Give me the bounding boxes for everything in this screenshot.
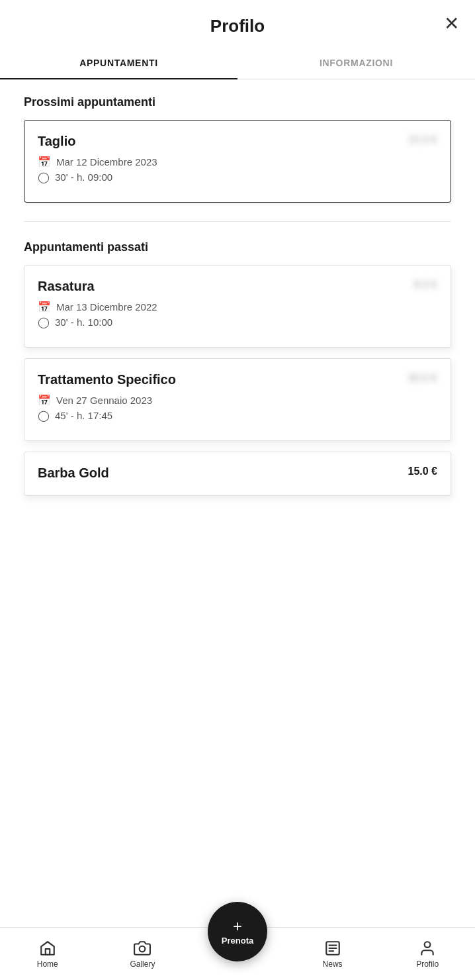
appointment-date: Mar 12 Dicembre 2023 xyxy=(56,156,157,168)
appointment-date-row: 📅 Mar 13 Dicembre 2022 xyxy=(38,301,437,313)
fab-container: + Prenota xyxy=(208,902,267,961)
past-section-title: Appuntamenti passati xyxy=(24,240,451,254)
appointment-time: 30' - h. 10:00 xyxy=(55,317,112,328)
svg-rect-0 xyxy=(46,949,50,955)
nav-item-profilo[interactable]: Profilo xyxy=(380,940,475,969)
page-title: Profilo xyxy=(210,16,265,36)
clock-icon: ◯ xyxy=(38,171,50,183)
upcoming-appointment-card[interactable]: Taglio 15.0 € 📅 Mar 12 Dicembre 2023 ◯ 3… xyxy=(24,120,451,203)
card-header: Trattamento Specifico 30.0 € xyxy=(38,372,437,387)
clock-icon: ◯ xyxy=(38,409,50,422)
page-header: Profilo ✕ xyxy=(0,0,475,47)
home-icon xyxy=(39,940,56,957)
calendar-icon: 📅 xyxy=(38,394,51,407)
appointment-time-row: ◯ 45' - h. 17:45 xyxy=(38,409,437,422)
card-header: Taglio 15.0 € xyxy=(38,134,437,149)
appointment-time: 30' - h. 09:00 xyxy=(55,172,112,183)
tab-appuntamenti[interactable]: APPUNTAMENTI xyxy=(0,47,238,79)
svg-point-6 xyxy=(425,942,431,948)
card-meta: 📅 Ven 27 Gennaio 2023 ◯ 45' - h. 17:45 xyxy=(38,394,437,422)
appointment-name: Barba Gold xyxy=(38,466,109,481)
past-appointment-card-2[interactable]: Trattamento Specifico 30.0 € 📅 Ven 27 Ge… xyxy=(24,358,451,441)
nav-label-home: Home xyxy=(37,959,58,969)
nav-label-news: News xyxy=(323,959,343,969)
card-meta: 📅 Mar 13 Dicembre 2022 ◯ 30' - h. 10:00 xyxy=(38,301,437,328)
appointment-date-row: 📅 Mar 12 Dicembre 2023 xyxy=(38,156,437,168)
person-icon xyxy=(419,940,436,957)
close-button[interactable]: ✕ xyxy=(444,15,459,33)
tab-informazioni[interactable]: INFORMAZIONI xyxy=(238,47,475,79)
news-icon xyxy=(324,940,341,957)
camera-icon xyxy=(134,940,151,957)
appointment-name: Taglio xyxy=(38,134,75,149)
tab-bar: APPUNTAMENTI INFORMAZIONI xyxy=(0,47,475,79)
main-content: Prossimi appuntamenti Taglio 15.0 € 📅 Ma… xyxy=(0,79,475,575)
appointment-name: Trattamento Specifico xyxy=(38,372,176,387)
appointment-price: 15.0 € xyxy=(408,466,437,477)
upcoming-section-title: Prossimi appuntamenti xyxy=(24,95,451,109)
card-header: Rasatura 8.0 € xyxy=(38,279,437,294)
nav-item-news[interactable]: News xyxy=(285,940,380,969)
appointment-date: Mar 13 Dicembre 2022 xyxy=(56,301,157,313)
appointment-price: 30.0 € xyxy=(408,372,437,384)
nav-label-profilo: Profilo xyxy=(416,959,439,969)
appointment-price: 15.0 € xyxy=(408,134,437,146)
nav-label-gallery: Gallery xyxy=(130,959,155,969)
past-appointment-card-1[interactable]: Rasatura 8.0 € 📅 Mar 13 Dicembre 2022 ◯ … xyxy=(24,265,451,348)
fab-label: Prenota xyxy=(222,936,253,946)
appointment-time-row: ◯ 30' - h. 10:00 xyxy=(38,316,437,328)
clock-icon: ◯ xyxy=(38,316,50,328)
card-meta: 📅 Mar 12 Dicembre 2023 ◯ 30' - h. 09:00 xyxy=(38,156,437,183)
calendar-icon: 📅 xyxy=(38,156,51,168)
appointment-name: Rasatura xyxy=(38,279,95,294)
prenota-fab-button[interactable]: + Prenota xyxy=(208,902,267,961)
section-divider xyxy=(24,221,451,222)
past-appointment-card-3[interactable]: Barba Gold 15.0 € xyxy=(24,452,451,496)
appointment-date: Ven 27 Gennaio 2023 xyxy=(56,395,152,406)
appointment-time-row: ◯ 30' - h. 09:00 xyxy=(38,171,437,183)
svg-point-1 xyxy=(140,946,146,952)
appointment-time: 45' - h. 17:45 xyxy=(55,410,112,421)
calendar-icon: 📅 xyxy=(38,301,51,313)
fab-plus-icon: + xyxy=(233,918,242,934)
nav-item-gallery[interactable]: Gallery xyxy=(95,940,191,969)
card-header: Barba Gold 15.0 € xyxy=(38,466,437,481)
appointment-price: 8.0 € xyxy=(413,279,437,291)
nav-item-home[interactable]: Home xyxy=(0,940,95,969)
appointment-date-row: 📅 Ven 27 Gennaio 2023 xyxy=(38,394,437,407)
